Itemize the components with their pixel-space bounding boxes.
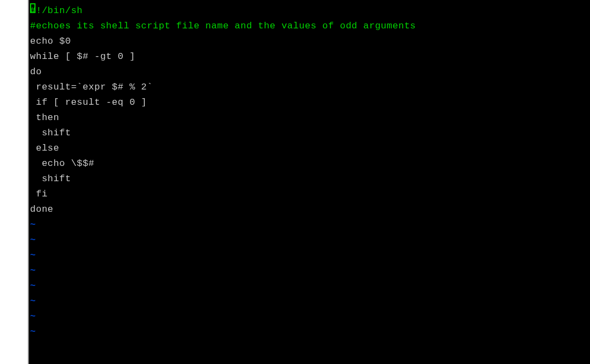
text-cursor [30, 3, 36, 13]
empty-line-tilde: ~ [29, 278, 590, 294]
terminal-editor[interactable]: #!/bin/sh #echoes its shell script file … [28, 0, 590, 364]
code-line: echo \$$# [29, 156, 590, 171]
code-line: do [29, 64, 590, 80]
code-line: done [29, 202, 590, 217]
code-line: echo $0 [29, 34, 590, 49]
empty-line-tilde: ~ [29, 309, 590, 324]
code-line: #!/bin/sh [29, 3, 590, 19]
shebang-path: !/bin/sh [36, 5, 83, 16]
empty-line-tilde: ~ [29, 324, 590, 339]
code-line: fi [29, 187, 590, 202]
code-line: shift [29, 171, 590, 187]
code-line: if [ result -eq 0 ] [29, 95, 590, 110]
code-comment: #echoes its shell script file name and t… [29, 19, 590, 34]
code-line: result=`expr $# % 2` [29, 80, 590, 95]
empty-line-tilde: ~ [29, 263, 590, 278]
code-line: then [29, 110, 590, 126]
empty-line-tilde: ~ [29, 248, 590, 263]
empty-line-tilde: ~ [29, 232, 590, 248]
code-line: else [29, 141, 590, 156]
code-line: while [ $# -gt 0 ] [29, 49, 590, 64]
code-line: shift [29, 126, 590, 141]
empty-line-tilde: ~ [29, 294, 590, 309]
empty-line-tilde: ~ [29, 217, 590, 232]
